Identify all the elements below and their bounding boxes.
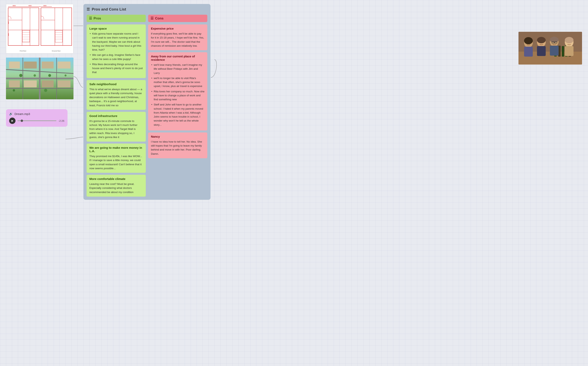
card-title-large-space: Large space bbox=[89, 27, 143, 30]
pros-column: ☰ Pros Large space Kids gonna have separ… bbox=[87, 15, 146, 197]
card-title-infrastructure: Good infrastructure bbox=[89, 114, 143, 118]
card-text-price: If everything goes fine, we'll be able t… bbox=[151, 32, 204, 48]
card-title-residence: Away from our current place of residence bbox=[151, 55, 204, 61]
time-remaining: -2:26 bbox=[58, 119, 64, 122]
svg-rect-50 bbox=[42, 80, 54, 87]
svg-text:3000: 3000 bbox=[43, 5, 46, 6]
svg-rect-46 bbox=[9, 80, 20, 87]
svg-rect-63 bbox=[562, 46, 564, 57]
pros-icon: ☰ bbox=[89, 16, 92, 21]
svg-rect-45 bbox=[9, 61, 20, 69]
list-item: Steff and John will have to go to anothe… bbox=[151, 103, 204, 127]
svg-text:4000: 4000 bbox=[28, 5, 31, 6]
card-title-price: Expensive price bbox=[151, 27, 204, 30]
svg-rect-7 bbox=[8, 8, 39, 46]
play-button[interactable]: ▶ bbox=[9, 118, 15, 124]
svg-rect-71 bbox=[537, 46, 546, 56]
list-item: we'll no longer be able to visit Rita's … bbox=[151, 76, 204, 88]
panel-icon: ☰ bbox=[87, 7, 90, 12]
cons-card-residence: Away from our current place of residence… bbox=[148, 52, 207, 130]
pros-card-infrastructure: Good infrastructure It's gonna be a 15-m… bbox=[87, 112, 146, 142]
svg-point-58 bbox=[44, 89, 47, 92]
svg-point-54 bbox=[34, 74, 36, 77]
svg-rect-68 bbox=[524, 47, 533, 57]
svg-rect-52 bbox=[58, 80, 70, 87]
svg-rect-47 bbox=[24, 61, 37, 69]
svg-point-53 bbox=[19, 74, 23, 77]
card-title-nancy: Nancy bbox=[151, 135, 204, 138]
svg-rect-80 bbox=[565, 46, 573, 56]
floor-plan-image: 3000 4000 3000 bbox=[6, 4, 74, 54]
pros-card-safe-neighborhood: Safe neighborhood This is what we've alw… bbox=[87, 80, 146, 110]
svg-rect-48 bbox=[24, 80, 37, 87]
pros-card-money: We are going to make more money in L.A. … bbox=[87, 144, 146, 173]
floor-plan-svg: 3000 4000 3000 bbox=[6, 4, 74, 54]
card-text-infrastructure: It's gonna be a 15-minute commute to sch… bbox=[89, 119, 143, 139]
svg-text:First floor: First floor bbox=[20, 50, 26, 52]
card-text-nancy: I have no idea how to tell her. No idea.… bbox=[151, 140, 204, 156]
progress-indicator bbox=[21, 120, 23, 122]
music-player: 🔊 Dream.mp3 ▶ -2:26 bbox=[6, 109, 68, 127]
pros-column-header: ☰ Pros bbox=[87, 15, 146, 22]
panel-header: ☰ Pros and Cons List bbox=[87, 7, 207, 12]
list-item: Rita likes decorating things around the … bbox=[89, 62, 143, 75]
music-controls: ▶ -2:26 bbox=[9, 118, 64, 124]
card-title-climate: More comfortable climate bbox=[89, 177, 143, 181]
cons-column-header: ☰ Cons bbox=[148, 15, 207, 22]
card-text-safe-neighborhood: This is what we've always dreamt about —… bbox=[89, 87, 143, 107]
card-title-safe-neighborhood: Safe neighborhood bbox=[89, 82, 143, 86]
progress-bar[interactable] bbox=[17, 120, 56, 121]
cons-icon: ☰ bbox=[151, 16, 153, 21]
svg-rect-49 bbox=[42, 61, 54, 69]
svg-text:3000: 3000 bbox=[13, 5, 16, 6]
pros-card-large-space: Large space Kids gonna have separate roo… bbox=[87, 24, 146, 78]
card-text-money: They promised me $145k, I was like WOW..… bbox=[89, 154, 143, 170]
svg-text:Ground floor: Ground floor bbox=[52, 50, 61, 52]
cons-card-nancy: Nancy I have no idea how to tell her. No… bbox=[148, 132, 207, 158]
aerial-photo-image bbox=[6, 58, 74, 99]
svg-point-70 bbox=[537, 37, 546, 43]
group-photo bbox=[519, 32, 582, 65]
svg-text:3000: 3000 bbox=[8, 21, 9, 24]
cons-card-price: Expensive price If everything goes fine,… bbox=[148, 24, 207, 50]
pros-cons-panel: ☰ Pros and Cons List ☰ Pros Large space … bbox=[83, 4, 211, 200]
svg-rect-74 bbox=[550, 46, 559, 56]
cons-column: ☰ Cons Expensive price If everything goe… bbox=[148, 15, 207, 197]
card-list-large-space: Kids gonna have separate rooms and I can… bbox=[89, 32, 143, 75]
card-list-residence: we'll lose many friends, can't imagine m… bbox=[151, 63, 204, 127]
svg-point-57 bbox=[13, 89, 15, 92]
music-icon: 🔊 bbox=[9, 112, 13, 115]
list-item: Kids gonna have separate rooms and I can… bbox=[89, 32, 143, 52]
card-text-climate: Leaving near the cost? Must be great. Es… bbox=[89, 182, 143, 194]
svg-text:3000: 3000 bbox=[8, 33, 9, 36]
svg-rect-21 bbox=[41, 8, 72, 46]
svg-rect-51 bbox=[58, 61, 70, 69]
svg-point-79 bbox=[565, 37, 573, 43]
svg-point-67 bbox=[524, 37, 533, 44]
panel-title: Pros and Cons List bbox=[92, 7, 126, 12]
card-title-money: We are going to make more money in L.A. bbox=[89, 146, 143, 153]
music-filename: 🔊 Dream.mp3 bbox=[9, 112, 64, 115]
columns-container: ☰ Pros Large space Kids gonna have separ… bbox=[87, 15, 207, 197]
list-item: Rita loves her company so much. Now she … bbox=[151, 90, 204, 102]
svg-point-55 bbox=[48, 74, 51, 77]
pros-card-climate: More comfortable climate Leaving near th… bbox=[87, 175, 146, 197]
list-item: We can get a dog. Imagine Stefan's face … bbox=[89, 53, 143, 61]
list-item: we'll lose many friends, can't imagine m… bbox=[151, 63, 204, 75]
svg-point-56 bbox=[65, 75, 67, 76]
